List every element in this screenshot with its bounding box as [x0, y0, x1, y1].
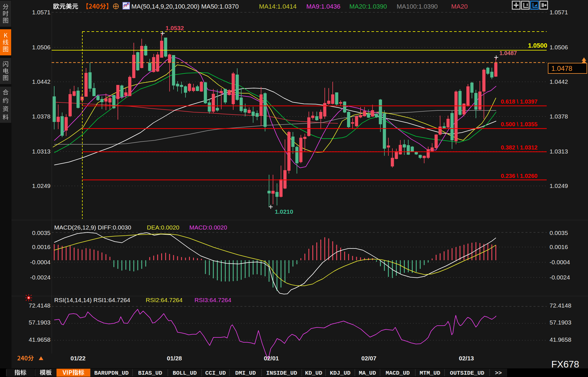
- svg-text:1.0442: 1.0442: [550, 78, 568, 85]
- svg-text:RSI2:64.7264: RSI2:64.7264: [146, 297, 183, 303]
- svg-text:0.0035: 0.0035: [550, 230, 568, 236]
- svg-text:1.0500: 1.0500: [528, 42, 547, 49]
- svg-text:1.0506: 1.0506: [32, 44, 50, 50]
- svg-text:1.0487: 1.0487: [499, 50, 517, 56]
- svg-text:MACD(26,12,9) DIFF:0.0030: MACD(26,12,9) DIFF:0.0030: [54, 224, 131, 231]
- svg-text:72.4148: 72.4148: [29, 302, 50, 309]
- svg-text:>>: >>: [495, 370, 502, 376]
- svg-text:CCI_UD: CCI_UD: [205, 370, 226, 376]
- svg-text:BIAS_UD: BIAS_UD: [138, 370, 162, 376]
- svg-text:DEA:0.0020: DEA:0.0020: [147, 224, 179, 231]
- svg-text:1.0313: 1.0313: [32, 148, 50, 155]
- svg-text:0.500 \ 1.0355: 0.500 \ 1.0355: [501, 121, 538, 127]
- svg-text:1.0249: 1.0249: [550, 182, 568, 189]
- svg-text:MA20: MA20: [451, 3, 468, 10]
- svg-text:MA_UD: MA_UD: [359, 370, 376, 376]
- svg-text:RSI3:64.7264: RSI3:64.7264: [194, 297, 231, 303]
- svg-text:MA100:1.0390: MA100:1.0390: [397, 3, 438, 10]
- svg-text:BOLL_UD: BOLL_UD: [173, 370, 197, 376]
- svg-text:0.0035: 0.0035: [32, 230, 50, 236]
- svg-text:DMI_UD: DMI_UD: [235, 370, 256, 376]
- svg-text:1.0313: 1.0313: [550, 148, 568, 155]
- svg-text:MA14:1.0414: MA14:1.0414: [259, 3, 297, 10]
- svg-text:1.0442: 1.0442: [32, 78, 50, 85]
- svg-text:OUTSIDE_UD: OUTSIDE_UD: [450, 370, 484, 376]
- svg-text:1.0378: 1.0378: [32, 113, 50, 120]
- svg-text:1.0478: 1.0478: [551, 65, 572, 72]
- svg-text:57.1903: 57.1903: [29, 319, 50, 326]
- svg-text:1.0378: 1.0378: [550, 113, 568, 120]
- svg-text:MACD:0.0020: MACD:0.0020: [189, 224, 227, 231]
- svg-text:RSI(14,14,14) RSI1:64.7264: RSI(14,14,14) RSI1:64.7264: [54, 297, 130, 303]
- svg-text:-0.0004: -0.0004: [30, 259, 51, 265]
- svg-text:KD_UD: KD_UD: [305, 370, 322, 376]
- svg-text:MA9:1.0436: MA9:1.0436: [306, 3, 340, 10]
- svg-text:INSIDE_UD: INSIDE_UD: [266, 370, 297, 376]
- svg-text:0.0016: 0.0016: [32, 244, 50, 250]
- svg-text:72.4148: 72.4148: [550, 302, 571, 309]
- svg-text:41.9658: 41.9658: [550, 336, 571, 343]
- svg-text:0.618 \ 1.0397: 0.618 \ 1.0397: [501, 98, 538, 105]
- svg-text:MA(50,14,9,20,100,200) MA50:1.: MA(50,14,9,20,100,200) MA50:1.0370: [131, 3, 239, 10]
- svg-text:57.1903: 57.1903: [550, 319, 571, 326]
- svg-text:KDJ_UD: KDJ_UD: [330, 370, 351, 376]
- svg-text:FX678: FX678: [551, 359, 579, 370]
- svg-text:01/28: 01/28: [167, 355, 182, 362]
- svg-text:41.9658: 41.9658: [29, 336, 50, 343]
- svg-text:-0.0024: -0.0024: [550, 274, 570, 281]
- svg-text:MTM_UD: MTM_UD: [420, 370, 440, 376]
- svg-text:-0.0004: -0.0004: [550, 259, 570, 265]
- svg-text:BARUPDN_UD: BARUPDN_UD: [94, 370, 128, 376]
- svg-text:1.0210: 1.0210: [275, 208, 293, 215]
- svg-text:1.0506: 1.0506: [550, 44, 568, 50]
- svg-text:MA20:1.0390: MA20:1.0390: [349, 3, 387, 10]
- svg-text:1.0532: 1.0532: [166, 25, 184, 31]
- svg-text:MACD_UD: MACD_UD: [385, 370, 410, 376]
- svg-text:-0.0024: -0.0024: [30, 274, 51, 281]
- svg-text:0.236 \ 1.0260: 0.236 \ 1.0260: [501, 173, 538, 179]
- svg-text:01/22: 01/22: [71, 355, 86, 362]
- svg-text:02/07: 02/07: [361, 355, 377, 362]
- svg-text:0.382 \ 1.0312: 0.382 \ 1.0312: [501, 144, 538, 151]
- svg-text:02/13: 02/13: [459, 355, 474, 362]
- svg-text:02/01: 02/01: [264, 355, 279, 362]
- svg-text:1.0571: 1.0571: [550, 9, 568, 15]
- svg-text:1.0571: 1.0571: [32, 9, 50, 15]
- svg-text:0.0016: 0.0016: [550, 244, 568, 250]
- svg-text:1.0249: 1.0249: [32, 182, 50, 189]
